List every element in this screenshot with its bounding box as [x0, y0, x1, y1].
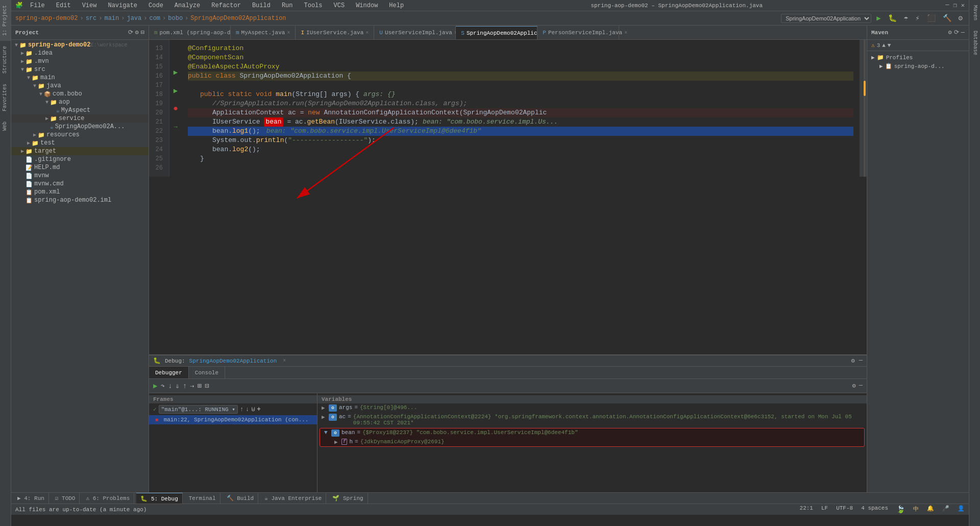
breadcrumb-java[interactable]: java [127, 15, 141, 22]
tab-myaspect[interactable]: m MyAspect.java × [231, 26, 296, 39]
menu-analyze[interactable]: Analyze [170, 1, 204, 10]
show-frames-button[interactable]: ⊟ [205, 381, 209, 390]
tree-item-service[interactable]: ▶ 📁 service [11, 114, 149, 123]
step-into-button[interactable]: ↓ [168, 382, 172, 390]
editor-scrollbar[interactable] [860, 40, 867, 177]
bottom-tab-build[interactable]: 🔨 Build [223, 493, 259, 504]
sync-icon[interactable]: ⟳ [128, 29, 133, 36]
maven-strip-tab[interactable]: Maven [969, 0, 980, 26]
microphone-icon[interactable]: 🎤 [942, 505, 949, 514]
step-over-button[interactable]: ↷ [160, 381, 164, 390]
thread-selector[interactable]: "main"@1...: RUNNING ▾ [159, 405, 238, 414]
menu-vcs[interactable]: VCS [330, 1, 349, 10]
var-ac[interactable]: ▶ o ac = {AnnotationConfigApplicationCon… [317, 413, 867, 427]
bottom-tab-javaenterprise[interactable]: ☕ Java Enterprise [260, 493, 326, 504]
var-bean[interactable]: ▼ o bean = {$Proxy18@2237} "com.bobo.ser… [320, 428, 864, 438]
notification-bell[interactable]: 🔔 [927, 505, 934, 514]
tree-item-pomxml[interactable]: ▶ 📋 pom.xml [11, 188, 149, 196]
breadcrumb-bobo[interactable]: bobo [168, 15, 183, 22]
bottom-tab-debug[interactable]: 🐛 5: Debug [136, 493, 182, 504]
run-cursor-button[interactable]: ⇢ [190, 381, 194, 390]
menu-navigate[interactable]: Navigate [104, 1, 141, 10]
project-strip-tab[interactable]: 1: Project [0, 0, 11, 41]
stop-button[interactable]: ⬛ [925, 13, 938, 23]
minimize-button[interactable]: — [945, 2, 949, 9]
bottom-tab-spring[interactable]: 🌱 Spring [328, 493, 368, 504]
menu-help[interactable]: Help [385, 1, 408, 10]
debug-session-close[interactable]: × [283, 358, 286, 364]
tree-item-resources[interactable]: ▶ 📁 resources [11, 131, 149, 139]
maven-refresh-icon[interactable]: ⟳ [954, 29, 959, 36]
maven-settings-icon[interactable]: ⚙ [948, 29, 952, 36]
breadcrumb-main[interactable]: main [104, 15, 119, 22]
tab-userserviceimpl[interactable]: U UserServiceImpl.java × [374, 26, 456, 39]
coverage-button[interactable]: ☂ [902, 13, 910, 23]
tab-iuserservice[interactable]: I IUserService.java × [296, 26, 374, 39]
tab-close-personservice[interactable]: × [624, 30, 627, 36]
menu-window[interactable]: Window [352, 1, 382, 10]
database-strip-tab[interactable]: Database [969, 26, 980, 60]
debug-settings-icon[interactable]: ⚙ [851, 357, 855, 365]
people-icon[interactable]: 👤 [958, 505, 965, 514]
tree-item-idea[interactable]: ▶ 📁 .idea [11, 49, 149, 57]
run-gutter-16[interactable]: ▶ [169, 67, 182, 77]
menu-edit[interactable]: Edit [52, 1, 75, 10]
close-button[interactable]: ✕ [961, 2, 965, 9]
bottom-tab-todo[interactable]: ☑ TODO [51, 493, 80, 504]
bottom-tab-terminal[interactable]: Terminal [185, 493, 220, 504]
var-args[interactable]: ▶ o args = {String[0]@496... [317, 403, 867, 413]
debug-tab-debugger[interactable]: Debugger [149, 367, 189, 378]
bottom-tab-run[interactable]: ▶ 4: Run [13, 493, 49, 504]
frame-add-btn[interactable]: + [257, 406, 261, 413]
settings-icon[interactable]: ⚙ [135, 29, 139, 36]
breakpoint-gutter-20[interactable]: ● [169, 104, 182, 113]
frame-up-btn[interactable]: ↑ [240, 406, 243, 413]
breadcrumb-com[interactable]: com [149, 15, 160, 22]
breadcrumb-project[interactable]: spring-aop-demo02 [15, 15, 78, 22]
tree-item-mvnwcmd[interactable]: ▶ 📄 mvnw.cmd [11, 180, 149, 188]
tree-item-myaspect[interactable]: ▶ ☕ MyAspect [11, 106, 149, 114]
tree-item-mvnw[interactable]: ▶ 📄 mvnw [11, 172, 149, 180]
evaluate-button[interactable]: ⊞ [198, 381, 202, 390]
exec-arrow-gutter-22[interactable]: → [169, 123, 182, 132]
tree-item-iml[interactable]: ▶ 📋 spring-aop-demo02.iml [11, 196, 149, 204]
debug-run-button[interactable]: 🐛 [886, 13, 899, 23]
frame-filter-btn[interactable]: ⊎ [251, 405, 255, 413]
bottom-tab-problems[interactable]: ⚠ 6: Problems [82, 493, 134, 504]
menu-view[interactable]: View [78, 1, 101, 10]
run-button[interactable]: ▶ [874, 13, 883, 23]
tree-item-target[interactable]: ▶ 📁 target [11, 147, 149, 155]
menu-run[interactable]: Run [278, 1, 297, 10]
force-step-into-button[interactable]: ⇓ [175, 381, 179, 390]
resume-button[interactable]: ▶ [153, 381, 157, 390]
structure-strip-tab[interactable]: Structure [0, 41, 11, 79]
debug-panel-minimize[interactable]: — [859, 382, 863, 390]
tree-item-test[interactable]: ▶ 📁 test [11, 139, 149, 147]
tree-item-springapp[interactable]: ▶ ☕ SpringAopDemo02A... [11, 123, 149, 131]
collapse-icon[interactable]: ⊟ [141, 29, 144, 36]
run-config-selector[interactable]: SpringAopDemo02Application [781, 14, 871, 23]
tab-close-iuserservice[interactable]: × [365, 30, 369, 36]
tab-close-myaspect[interactable]: × [287, 30, 290, 36]
maven-spring-aop[interactable]: ▶ 📋 spring-aop-d... [871, 62, 965, 70]
run-gutter-18[interactable]: ▶ [169, 86, 182, 95]
menu-code[interactable]: Code [144, 1, 167, 10]
breadcrumb-src[interactable]: src [86, 15, 97, 22]
tree-item-root[interactable]: ▼ 📁 spring-aop-demo02 E:\workspace [11, 41, 149, 49]
maven-profiles[interactable]: ▶ 📁 Profiles [871, 53, 965, 62]
tree-item-aop[interactable]: ▼ 📁 aop [11, 98, 149, 106]
web-strip-tab[interactable]: Web [0, 116, 11, 136]
tab-springapp[interactable]: S SpringAopDemo02Application.java × [456, 26, 537, 39]
maven-collapse-icon[interactable]: — [961, 29, 965, 36]
menu-file[interactable]: File [26, 1, 49, 10]
menu-build[interactable]: Build [248, 1, 275, 10]
tree-item-mvn[interactable]: ▶ 📁 .mvn [11, 57, 149, 65]
settings-button[interactable]: ⚙ [957, 13, 965, 23]
debug-tab-console[interactable]: Console [189, 367, 225, 378]
debug-minimize-icon[interactable]: — [859, 357, 863, 365]
tree-item-java[interactable]: ▼ 📁 java [11, 82, 149, 90]
maximize-button[interactable]: ❐ [953, 2, 957, 9]
tree-item-combobo[interactable]: ▼ 📦 com.bobo [11, 90, 149, 98]
frame-item-main[interactable]: ■ main:22, SpringAopDemo02Application (c… [149, 415, 317, 424]
profile-button[interactable]: ⚡ [913, 13, 921, 23]
